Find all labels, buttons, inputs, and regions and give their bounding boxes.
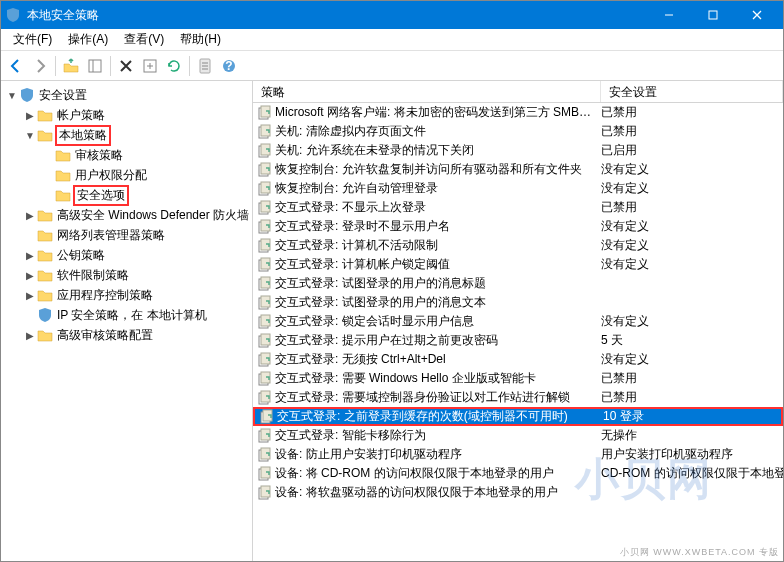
policy-cell: 关机: 清除虚拟内存页面文件 — [275, 123, 601, 140]
policy-cell: 恢复控制台: 允许软盘复制并访问所有驱动器和所有文件夹 — [275, 161, 601, 178]
delete-icon — [118, 58, 134, 74]
policy-row[interactable]: 交互式登录: 之前登录到缓存的次数(域控制器不可用时)10 登录 — [253, 407, 783, 426]
delete-button[interactable] — [115, 55, 137, 77]
setting-cell: 没有定义 — [601, 256, 783, 273]
setting-cell: 已禁用 — [601, 104, 783, 121]
policy-cell: 交互式登录: 试图登录的用户的消息标题 — [275, 275, 601, 292]
tree-item-label: 本地策略 — [55, 125, 111, 146]
menu-view[interactable]: 查看(V) — [116, 29, 172, 50]
policy-item-icon — [257, 428, 273, 444]
policy-row[interactable]: 交互式登录: 智能卡移除行为无操作 — [253, 426, 783, 445]
col-header-policy[interactable]: 策略 — [253, 81, 601, 102]
tree-item[interactable]: ▶高级审核策略配置 — [1, 325, 252, 345]
tree-item[interactable]: 用户权限分配 — [1, 165, 252, 185]
policy-item-icon — [257, 124, 273, 140]
policy-row[interactable]: Microsoft 网络客户端: 将未加密的密码发送到第三方 SMB…已禁用 — [253, 103, 783, 122]
setting-cell: 已禁用 — [601, 123, 783, 140]
policy-row[interactable]: 交互式登录: 计算机帐户锁定阈值没有定义 — [253, 255, 783, 274]
setting-cell: 已禁用 — [601, 370, 783, 387]
folder-icon — [55, 187, 71, 203]
policy-item-icon — [257, 238, 273, 254]
tree-item[interactable]: ▶软件限制策略 — [1, 265, 252, 285]
folder-icon — [37, 327, 53, 343]
policy-item-icon — [257, 219, 273, 235]
export-icon — [197, 58, 213, 74]
policy-row[interactable]: 关机: 清除虚拟内存页面文件已禁用 — [253, 122, 783, 141]
policy-cell: 交互式登录: 需要域控制器身份验证以对工作站进行解锁 — [275, 389, 601, 406]
policy-row[interactable]: 交互式登录: 无须按 Ctrl+Alt+Del没有定义 — [253, 350, 783, 369]
tree-expander-icon[interactable]: ▶ — [23, 290, 37, 301]
setting-cell: 没有定义 — [601, 218, 783, 235]
policy-row[interactable]: 交互式登录: 计算机不活动限制没有定义 — [253, 236, 783, 255]
close-button[interactable] — [735, 1, 779, 29]
tree-expander-icon[interactable]: ▶ — [23, 250, 37, 261]
tree-item[interactable]: ▶高级安全 Windows Defender 防火墙 — [1, 205, 252, 225]
up-button[interactable] — [60, 55, 82, 77]
policy-row[interactable]: 交互式登录: 锁定会话时显示用户信息没有定义 — [253, 312, 783, 331]
tree-pane[interactable]: ▼ 安全设置 ▶帐户策略▼本地策略审核策略用户权限分配安全选项▶高级安全 Win… — [1, 81, 253, 561]
policy-cell: 设备: 将软盘驱动器的访问权限仅限于本地登录的用户 — [275, 484, 601, 501]
help-icon — [221, 58, 237, 74]
policy-row[interactable]: 交互式登录: 不显示上次登录已禁用 — [253, 198, 783, 217]
back-button[interactable] — [5, 55, 27, 77]
minimize-button[interactable] — [647, 1, 691, 29]
policy-cell: 交互式登录: 试图登录的用户的消息文本 — [275, 294, 601, 311]
tree-root[interactable]: ▼ 安全设置 — [1, 85, 252, 105]
tree-item-label: 高级审核策略配置 — [55, 327, 155, 344]
tree-item-label: 应用程序控制策略 — [55, 287, 155, 304]
policy-item-icon — [257, 105, 273, 121]
tree-item[interactable]: ▶应用程序控制策略 — [1, 285, 252, 305]
svg-rect-10 — [709, 11, 717, 19]
tree-item[interactable]: 网络列表管理器策略 — [1, 225, 252, 245]
tree-item[interactable]: 审核策略 — [1, 145, 252, 165]
refresh-button[interactable] — [163, 55, 185, 77]
show-hide-button[interactable] — [84, 55, 106, 77]
policy-row[interactable]: 交互式登录: 试图登录的用户的消息文本 — [253, 293, 783, 312]
policy-row[interactable]: 交互式登录: 试图登录的用户的消息标题 — [253, 274, 783, 293]
policy-item-icon — [257, 447, 273, 463]
setting-cell: 5 天 — [601, 332, 783, 349]
tree-item-label: 公钥策略 — [55, 247, 107, 264]
folder-net-icon — [37, 227, 53, 243]
tree-expander-icon[interactable]: ▶ — [23, 270, 37, 281]
tree-expander-icon[interactable]: ▼ — [23, 130, 37, 141]
tree-item[interactable]: IP 安全策略，在 本地计算机 — [1, 305, 252, 325]
tree-item[interactable]: 安全选项 — [1, 185, 252, 205]
policy-cell: 交互式登录: 需要 Windows Hello 企业版或智能卡 — [275, 370, 601, 387]
properties-button[interactable] — [139, 55, 161, 77]
setting-cell: 没有定义 — [601, 180, 783, 197]
tree-expander-icon[interactable]: ▶ — [23, 110, 37, 121]
tree-item-label: 网络列表管理器策略 — [55, 227, 167, 244]
setting-cell: 没有定义 — [601, 237, 783, 254]
policy-cell: 交互式登录: 之前登录到缓存的次数(域控制器不可用时) — [277, 408, 603, 425]
properties-icon — [142, 58, 158, 74]
menu-help[interactable]: 帮助(H) — [172, 29, 229, 50]
policy-row[interactable]: 关机: 允许系统在未登录的情况下关闭已启用 — [253, 141, 783, 160]
policy-row[interactable]: 交互式登录: 提示用户在过期之前更改密码5 天 — [253, 331, 783, 350]
policy-row[interactable]: 恢复控制台: 允许自动管理登录没有定义 — [253, 179, 783, 198]
tree-expander-icon[interactable]: ▶ — [23, 210, 37, 221]
policy-cell: 交互式登录: 计算机帐户锁定阈值 — [275, 256, 601, 273]
col-header-setting[interactable]: 安全设置 — [601, 81, 783, 102]
menu-action[interactable]: 操作(A) — [60, 29, 116, 50]
help-button[interactable] — [218, 55, 240, 77]
security-root-icon — [19, 87, 35, 103]
tree-item-label: 帐户策略 — [55, 107, 107, 124]
policy-row[interactable]: 交互式登录: 需要域控制器身份验证以对工作站进行解锁已禁用 — [253, 388, 783, 407]
export-button[interactable] — [194, 55, 216, 77]
forward-button[interactable] — [29, 55, 51, 77]
maximize-button[interactable] — [691, 1, 735, 29]
policy-row[interactable]: 恢复控制台: 允许软盘复制并访问所有驱动器和所有文件夹没有定义 — [253, 160, 783, 179]
tree-item[interactable]: ▶帐户策略 — [1, 105, 252, 125]
policy-cell: 交互式登录: 无须按 Ctrl+Alt+Del — [275, 351, 601, 368]
menu-file[interactable]: 文件(F) — [5, 29, 60, 50]
setting-cell: 已启用 — [601, 142, 783, 159]
policy-row[interactable]: 交互式登录: 需要 Windows Hello 企业版或智能卡已禁用 — [253, 369, 783, 388]
policy-row[interactable]: 交互式登录: 登录时不显示用户名没有定义 — [253, 217, 783, 236]
tree-item[interactable]: ▶公钥策略 — [1, 245, 252, 265]
folder-icon — [37, 107, 53, 123]
tree-expander-icon[interactable]: ▶ — [23, 330, 37, 341]
tree-item[interactable]: ▼本地策略 — [1, 125, 252, 145]
shield-icon — [37, 307, 53, 323]
toolbar — [1, 51, 783, 81]
